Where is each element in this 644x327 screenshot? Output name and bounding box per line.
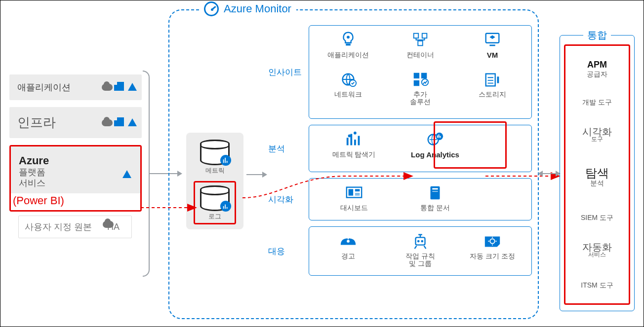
svg-rect-10 xyxy=(421,73,427,78)
workbook-icon xyxy=(425,183,445,202)
azure-monitor-title: Azure Monitor xyxy=(224,2,291,15)
tile-storage-label: 스토리지 xyxy=(460,91,524,98)
source-app-label: 애플리케이션 xyxy=(17,82,71,92)
section-row-visualize: 시각화 대시보드 통합 문서 xyxy=(268,178,532,220)
building-icon xyxy=(117,82,124,91)
section-label-visualize: 시각화 xyxy=(268,178,303,220)
azure-sub1: 플랫폼 xyxy=(19,167,132,178)
azure-sub2: 서비스 xyxy=(19,178,132,189)
svg-rect-24 xyxy=(432,188,438,190)
arrow-stores-to-sections xyxy=(246,174,266,175)
data-stores: 메트릭 로그 xyxy=(186,133,243,229)
svg-point-0 xyxy=(347,36,350,38)
integ-auto-sub: 서비스 xyxy=(588,251,606,258)
section-label-analyze: 분석 xyxy=(268,125,303,172)
alert-icon xyxy=(338,232,358,251)
tile-action-label: 작업 규칙 및 그룹 xyxy=(388,253,452,268)
svg-point-15 xyxy=(348,135,351,138)
section-box-insights: 애플리케이션 컨테이너 VM 네트워크 추가 솔루션 xyxy=(309,25,532,119)
log-store: 로그 xyxy=(200,185,230,221)
bar-chart-icon xyxy=(344,130,364,149)
svg-rect-21 xyxy=(355,189,360,191)
source-infra-icons xyxy=(102,117,137,128)
integ-apm-top: APM xyxy=(587,60,607,70)
azure-triangle-icon xyxy=(128,118,137,126)
svg-rect-4 xyxy=(418,41,423,46)
integration-panel: 통합 APM 공급자 개발 도구 시각화 도구 탐색 분석 SIEM 도구 자동… xyxy=(560,35,635,311)
integ-analyze: 탐색 분석 xyxy=(585,166,609,193)
integ-auto: 자동화 서비스 xyxy=(582,242,612,261)
svg-rect-1 xyxy=(346,44,351,46)
tile-dashboard-label: 대시보드 xyxy=(315,204,394,212)
svg-point-30 xyxy=(421,240,423,243)
section-row-analyze: 분석 메트릭 탐색기 Log Analytics xyxy=(268,125,532,172)
integ-itsm: ITSM 도구 xyxy=(581,281,613,289)
cloud-icon xyxy=(103,220,114,230)
source-app-icons xyxy=(102,82,137,93)
tile-autoscale: 자동 크기 조정 xyxy=(460,232,524,271)
svg-point-16 xyxy=(354,132,357,135)
metric-badge-icon xyxy=(220,155,231,166)
svg-rect-6 xyxy=(489,45,495,46)
section-box-analyze: 메트릭 탐색기 Log Analytics xyxy=(309,125,532,172)
database-icon xyxy=(200,185,230,211)
tile-container: 컨테이너 xyxy=(388,31,452,68)
svg-rect-20 xyxy=(348,189,353,195)
gauge-icon xyxy=(204,1,219,16)
integ-siem: SIEM 도구 xyxy=(581,214,613,221)
tile-vm: VM xyxy=(460,31,524,68)
section-box-respond: 경고 작업 규칙 및 그룹 자동 크기 조정 xyxy=(309,226,532,276)
section-row-respond: 대응 경고 작업 규칙 및 그룹 자동 크기 조정 xyxy=(268,226,532,276)
azure-monitor-legend: Azure Monitor xyxy=(199,1,296,16)
building-icon xyxy=(117,117,124,126)
cloud-icon xyxy=(102,119,113,126)
metric-store: 메트릭 xyxy=(200,140,230,175)
tile-metric-explorer-label: 메트릭 탐색기 xyxy=(315,151,394,158)
log-analytics-highlight xyxy=(434,121,507,169)
azure-logo-icon xyxy=(121,170,131,180)
tile-more-label: 추가 솔루션 xyxy=(388,91,452,106)
dashboard-icon xyxy=(344,183,364,202)
source-custom: 사용자 지정 원본 HA xyxy=(18,216,132,238)
vm-icon xyxy=(483,31,502,49)
azure-triangle-icon xyxy=(128,83,137,91)
integ-apm-sub: 공급자 xyxy=(587,70,607,78)
autoscale-icon xyxy=(483,232,502,251)
section-label-insights: 인사이트 xyxy=(268,25,303,119)
tile-vm-label: VM xyxy=(460,51,524,60)
tile-dashboard: 대시보드 xyxy=(315,183,394,216)
tile-network-label: 네트워크 xyxy=(316,91,380,98)
source-infra: 인프라 xyxy=(9,107,142,138)
svg-rect-25 xyxy=(432,191,438,192)
svg-point-26 xyxy=(347,240,350,243)
tile-storage: 스토리지 xyxy=(460,70,524,114)
svg-rect-2 xyxy=(414,34,419,38)
svg-rect-3 xyxy=(422,34,427,38)
source-application: 애플리케이션 xyxy=(9,74,142,100)
custom-label: 사용자 지정 원본 xyxy=(25,222,92,232)
database-icon xyxy=(200,140,230,165)
svg-rect-27 xyxy=(348,236,349,240)
network-icon xyxy=(338,70,358,89)
log-badge-icon xyxy=(220,201,231,212)
integ-viz-sub: 도구 xyxy=(591,136,603,143)
log-store-highlight: 로그 xyxy=(194,181,236,224)
integ-dev: 개발 도구 xyxy=(582,98,612,106)
svg-point-29 xyxy=(417,240,420,243)
integ-analyze-sub: 분석 xyxy=(590,179,604,187)
integ-analyze-top: 탐색 xyxy=(585,166,609,180)
svg-rect-9 xyxy=(414,73,419,78)
section-box-visualize: 대시보드 통합 문서 xyxy=(309,178,532,220)
tile-autoscale-label: 자동 크기 조정 xyxy=(460,253,524,260)
tile-workbook: 통합 문서 xyxy=(396,183,475,216)
cloud-icon xyxy=(102,84,113,91)
svg-rect-14 xyxy=(497,76,499,83)
sources-bracket xyxy=(143,71,150,277)
source-azure: Azure 플랫폼 서비스 xyxy=(11,146,140,193)
section-label-respond: 대응 xyxy=(268,226,303,276)
tile-more-solutions: 추가 솔루션 xyxy=(388,70,452,114)
source-azure-highlight: Azure 플랫폼 서비스 (Power BI) xyxy=(9,145,142,212)
svg-rect-11 xyxy=(414,80,419,86)
storage-icon xyxy=(483,70,502,89)
source-infra-label: 인프라 xyxy=(17,115,56,130)
